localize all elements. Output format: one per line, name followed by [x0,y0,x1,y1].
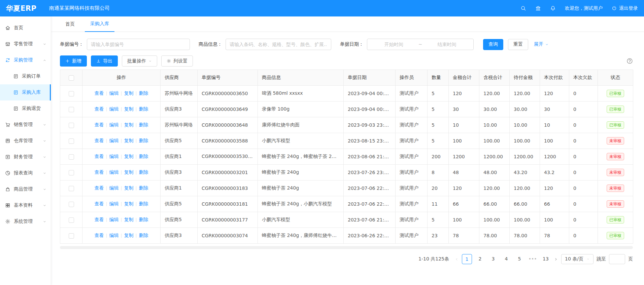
action-delete[interactable]: 删除 [139,154,148,159]
search-button[interactable]: 查询 [483,39,503,50]
sidebar-item-basic-data[interactable]: 基本资料 [0,197,51,213]
prev-page-icon[interactable] [454,257,459,261]
sidebar-item-purchase-inbound[interactable]: 采购入库 [0,84,51,100]
pagination-page-3[interactable]: 3 [488,254,498,264]
batch-actions-button[interactable]: 批量操作 [122,55,157,67]
jump-page-input[interactable] [609,254,625,264]
action-delete[interactable]: 删除 [139,138,148,143]
row-checkbox[interactable] [69,202,74,207]
logout-button[interactable]: 退出登录 [612,5,638,11]
sidebar-item-products[interactable]: 商品管理 [0,181,51,197]
bell-icon[interactable] [550,5,556,11]
reset-button[interactable]: 重置 [508,39,528,50]
pagination-page-5[interactable]: 5 [514,254,524,264]
action-view[interactable]: 查看 [94,169,104,175]
action-edit[interactable]: 编辑 [109,217,118,222]
action-edit[interactable]: 编辑 [109,233,118,238]
action-delete[interactable]: 删除 [139,201,148,206]
pagination-page-1[interactable]: 1 [462,254,472,264]
date-filter: 单据日期： ~ [340,39,474,50]
sidebar-item-purchase[interactable]: 采购管理 [0,52,51,68]
action-edit[interactable]: 编辑 [109,106,118,112]
export-button[interactable]: 导出 [91,55,118,67]
action-view[interactable]: 查看 [94,201,104,206]
action-copy[interactable]: 复制 [124,169,134,175]
action-view[interactable]: 查看 [94,138,104,143]
action-copy[interactable]: 复制 [124,185,134,191]
action-copy[interactable]: 复制 [124,217,134,222]
sidebar-item-finance[interactable]: 财务管理 [0,149,51,165]
tab-0[interactable]: 首页 [60,16,80,32]
action-delete[interactable]: 删除 [139,90,148,96]
action-copy[interactable]: 复制 [124,138,134,143]
pagination-page-2[interactable]: 2 [475,254,485,264]
row-checkbox[interactable] [69,107,74,112]
status-badge: 未审核 [607,137,624,145]
sidebar-item-reports[interactable]: 报表查询 [0,165,51,181]
action-view[interactable]: 查看 [94,233,104,238]
pagination-page-4[interactable]: 4 [501,254,511,264]
cell-date: 2023-07-26 23:07:18 [344,165,396,180]
row-checkbox[interactable] [69,138,74,144]
row-checkbox[interactable] [69,217,74,223]
action-edit[interactable]: 编辑 [109,122,118,127]
action-delete[interactable]: 删除 [139,122,148,127]
action-edit[interactable]: 编辑 [109,154,118,159]
action-edit[interactable]: 编辑 [109,138,118,143]
help-icon[interactable] [626,58,633,64]
row-checkbox[interactable] [69,154,74,160]
action-delete[interactable]: 删除 [139,169,148,175]
action-view[interactable]: 查看 [94,90,104,96]
sidebar-item-retail[interactable]: 零售管理 [0,36,51,52]
tab-1[interactable]: 采购入库 [85,16,114,32]
sidebar-item-purchase-return[interactable]: 采购退货 [0,100,51,117]
row-checkbox[interactable] [69,91,74,96]
column-settings-button[interactable]: 列设置 [161,55,193,67]
action-edit[interactable]: 编辑 [109,169,118,175]
row-actions: 查看|编辑|复制|删除 [82,149,161,165]
action-view[interactable]: 查看 [94,185,104,191]
action-delete[interactable]: 删除 [139,185,148,191]
action-delete[interactable]: 删除 [139,217,148,222]
action-copy[interactable]: 复制 [124,233,134,238]
action-delete[interactable]: 删除 [139,233,148,238]
page-size-select[interactable]: 10 条/页 [561,254,594,264]
row-checkbox[interactable] [69,123,74,128]
bill-no-input[interactable] [87,39,190,50]
date-range-picker[interactable]: ~ [367,39,474,50]
next-page-icon[interactable] [554,257,558,261]
sidebar-item-system[interactable]: 系统管理 [0,213,51,230]
pagination-page-13[interactable]: 13 [541,254,551,264]
expand-link[interactable]: 展开 [534,41,549,47]
action-view[interactable]: 查看 [94,217,104,222]
sidebar-item-sales[interactable]: 销售管理 [0,117,51,133]
pagination-ellipsis[interactable]: ••• [528,254,538,264]
bank-icon[interactable] [535,5,541,11]
action-edit[interactable]: 编辑 [109,201,118,206]
action-copy[interactable]: 复制 [124,154,134,159]
action-edit[interactable]: 编辑 [109,185,118,191]
add-button[interactable]: 新增 [60,55,87,67]
action-view[interactable]: 查看 [94,106,104,112]
date-start-input[interactable] [370,42,418,47]
action-copy[interactable]: 复制 [124,90,134,96]
sidebar-item-purchase-order[interactable]: 采购订单 [0,68,51,84]
search-icon[interactable] [520,5,526,11]
row-checkbox[interactable] [69,170,74,175]
sidebar-item-home[interactable]: 首页 [0,20,51,36]
date-end-input[interactable] [423,42,471,47]
action-copy[interactable]: 复制 [124,122,134,127]
action-copy[interactable]: 复制 [124,201,134,206]
action-copy[interactable]: 复制 [124,106,134,112]
sidebar-item-warehouse[interactable]: 仓库管理 [0,133,51,149]
row-checkbox[interactable] [69,233,74,239]
select-all-checkbox[interactable] [69,75,74,81]
action-view[interactable]: 查看 [94,154,104,159]
action-separator: | [106,91,107,96]
action-edit[interactable]: 编辑 [109,90,118,96]
horizontal-scrollbar[interactable] [60,246,633,249]
row-checkbox[interactable] [69,186,74,191]
action-view[interactable]: 查看 [94,122,104,127]
action-delete[interactable]: 删除 [139,106,148,112]
product-input[interactable] [226,39,331,50]
